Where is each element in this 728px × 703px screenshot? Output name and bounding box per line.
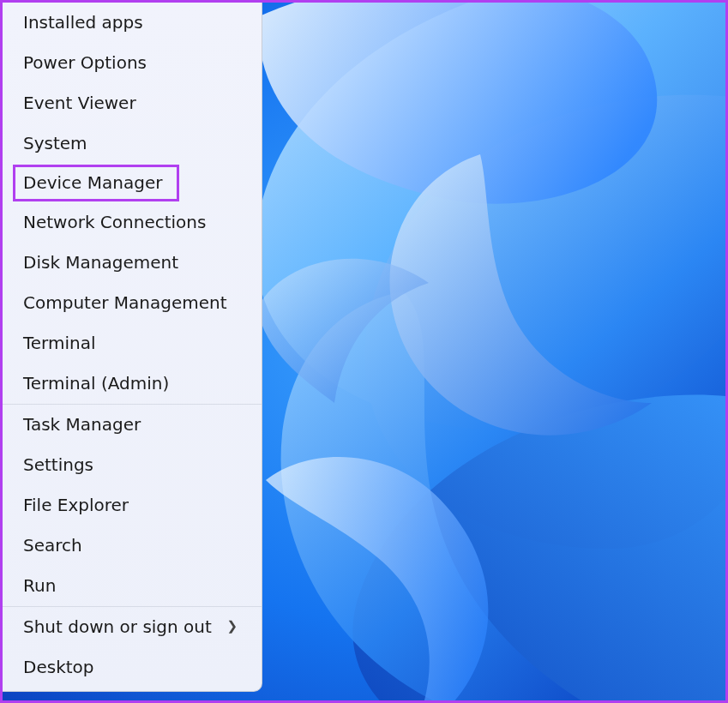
menu-item-label: Computer Management	[23, 291, 227, 314]
menu-item-label: Terminal	[23, 332, 96, 354]
menu-item-terminal-admin[interactable]: Terminal (Admin)	[3, 364, 262, 404]
menu-item-file-explorer[interactable]: File Explorer	[3, 485, 262, 526]
menu-item-task-manager[interactable]: Task Manager	[3, 405, 262, 445]
menu-item-power-options[interactable]: Power Options	[3, 43, 262, 83]
menu-item-network-connections[interactable]: Network Connections	[3, 202, 262, 243]
menu-item-label: System	[23, 132, 87, 154]
menu-item-label: Task Manager	[23, 413, 141, 436]
chevron-right-icon: ❯	[226, 618, 238, 635]
menu-item-label: File Explorer	[23, 494, 129, 516]
menu-item-device-manager[interactable]: Device Manager	[3, 164, 262, 202]
menu-item-event-viewer[interactable]: Event Viewer	[3, 83, 262, 123]
menu-item-label: Installed apps	[23, 11, 143, 33]
menu-item-label: Terminal (Admin)	[23, 372, 169, 394]
menu-item-desktop[interactable]: Desktop	[3, 647, 262, 688]
menu-item-label: Event Viewer	[23, 92, 136, 114]
menu-item-label: Device Manager	[23, 171, 162, 194]
menu-item-disk-management[interactable]: Disk Management	[3, 243, 262, 283]
menu-item-label: Power Options	[23, 51, 147, 74]
menu-item-label: Run	[23, 574, 56, 597]
menu-item-run[interactable]: Run	[3, 566, 262, 606]
menu-item-label: Settings	[23, 454, 93, 476]
menu-item-label: Search	[23, 534, 82, 556]
menu-item-label: Network Connections	[23, 211, 206, 233]
menu-item-label: Shut down or sign out	[23, 616, 212, 638]
menu-item-settings[interactable]: Settings	[3, 445, 262, 485]
menu-item-label: Desktop	[23, 656, 93, 678]
menu-item-installed-apps[interactable]: Installed apps	[3, 3, 262, 43]
menu-item-terminal[interactable]: Terminal	[3, 323, 262, 364]
winx-power-menu: Installed apps Power Options Event Viewe…	[3, 3, 262, 692]
menu-item-search[interactable]: Search	[3, 526, 262, 566]
menu-item-shut-down[interactable]: Shut down or sign out ❯	[3, 607, 262, 647]
menu-item-computer-management[interactable]: Computer Management	[3, 283, 262, 323]
menu-item-label: Disk Management	[23, 251, 178, 273]
menu-item-system[interactable]: System	[3, 123, 262, 164]
